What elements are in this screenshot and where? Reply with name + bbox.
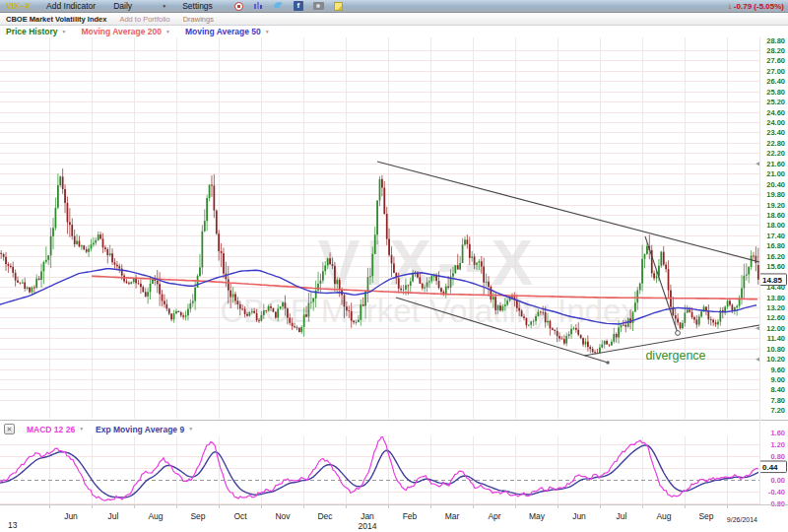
svg-text:1.20: 1.20 — [770, 440, 785, 449]
svg-text:0.00: 0.00 — [770, 476, 785, 485]
svg-text:CBOE Market Volatility Index: CBOE Market Volatility Index — [220, 293, 637, 329]
ma50-label: Moving Average 50 — [185, 27, 261, 36]
svg-text:17.40: 17.40 — [766, 232, 785, 240]
svg-text:12.60: 12.60 — [766, 313, 785, 322]
macd-badge: 0.44 — [760, 461, 787, 473]
ema-dropdown[interactable]: Exp Moving Average 9 ▼ — [96, 425, 193, 434]
change-value: -0.79 (-5.05%) — [734, 2, 784, 11]
svg-text:15.60: 15.60 — [766, 262, 785, 271]
svg-text:18.60: 18.60 — [766, 211, 785, 220]
svg-text:22.20: 22.20 — [766, 149, 785, 158]
svg-text:Jul: Jul — [108, 511, 119, 521]
svg-text:27.00: 27.00 — [766, 67, 785, 76]
add-indicator-menu[interactable]: Add Indicator — [46, 1, 96, 11]
timeframe-label: Daily — [113, 1, 132, 11]
add-to-portfolio-link[interactable]: Add to Portfolio — [119, 15, 169, 24]
macd-dropdown[interactable]: MACD 12 26 ▼ — [27, 425, 84, 434]
toolbar-icons: f — [234, 0, 343, 12]
annotation-divergence[interactable]: divergence — [645, 349, 705, 363]
down-arrow-icon: ↓ — [728, 2, 732, 11]
svg-text:Jan: Jan — [361, 511, 374, 521]
svg-text:13.80: 13.80 — [766, 294, 785, 302]
svg-text:16.20: 16.20 — [766, 252, 785, 261]
bar-chart-icon[interactable] — [253, 0, 263, 12]
svg-text:24.00: 24.00 — [766, 118, 785, 127]
svg-text:divergence: divergence — [645, 349, 705, 363]
chart-canvas[interactable]: VIX--XCBOE Market Volatility Indexdiverg… — [0, 0, 788, 532]
time-axis-labels: JunJulAugSepOctNovDecJanFebMarAprMayJunJ… — [8, 511, 757, 531]
symbol-full-name: CBOE Market Volatility Index — [6, 15, 106, 24]
svg-text:10.80: 10.80 — [766, 345, 785, 354]
ema-label: Exp Moving Average 9 — [96, 425, 184, 434]
toolbar: VIX--X Add Indicator Daily ▼ Settings f … — [0, 0, 788, 13]
settings-menu[interactable]: Settings — [182, 1, 213, 11]
svg-text:Nov: Nov — [275, 511, 291, 521]
legend-row: Price History ▼ Moving Average 200 ▼ Mov… — [0, 26, 788, 37]
symbol-tab[interactable]: VIX--X — [6, 1, 31, 11]
ma200-label: Moving Average 200 — [81, 27, 162, 36]
svg-text:-0.80: -0.80 — [768, 499, 785, 508]
svg-text:Jun: Jun — [572, 511, 586, 521]
chevron-down-icon: ▼ — [188, 427, 193, 432]
svg-text:VIX--X: VIX--X — [318, 228, 539, 299]
svg-text:May: May — [529, 511, 546, 521]
svg-text:16.80: 16.80 — [766, 241, 785, 250]
alert-icon[interactable] — [234, 2, 243, 11]
svg-text:13.20: 13.20 — [766, 303, 785, 312]
svg-text:25.80: 25.80 — [766, 88, 785, 97]
svg-text:7.80: 7.80 — [770, 396, 785, 405]
svg-text:19.80: 19.80 — [766, 190, 785, 199]
svg-text:20.40: 20.40 — [766, 180, 785, 189]
svg-text:Oct: Oct — [233, 511, 247, 521]
svg-text:Aug: Aug — [148, 511, 163, 521]
macd-ema-line[interactable] — [0, 445, 758, 498]
twitter-icon[interactable] — [273, 0, 284, 12]
svg-text:Jul: Jul — [617, 511, 627, 521]
svg-text:Mar: Mar — [445, 511, 460, 521]
svg-text:Aug: Aug — [656, 511, 671, 521]
svg-text:Feb: Feb — [403, 511, 418, 521]
svg-text:Sep: Sep — [698, 511, 713, 521]
facebook-icon[interactable]: f — [294, 1, 303, 11]
svg-text:24.60: 24.60 — [766, 108, 785, 117]
svg-text:13: 13 — [8, 520, 18, 530]
camera-icon[interactable] — [313, 2, 324, 10]
chevron-down-icon: ▼ — [162, 4, 166, 9]
svg-text:10.20: 10.20 — [766, 355, 785, 364]
svg-text:9.00: 9.00 — [770, 375, 785, 384]
svg-text:Apr: Apr — [488, 511, 500, 521]
svg-text:Dec: Dec — [317, 511, 333, 521]
symbol-info-bar: CBOE Market Volatility Index Add to Port… — [0, 13, 788, 26]
price-history-label: Price History — [6, 27, 57, 36]
trading-app: VIX--XCBOE Market Volatility Indexdiverg… — [0, 0, 788, 532]
svg-text:1.60: 1.60 — [770, 429, 785, 437]
svg-text:19.20: 19.20 — [766, 201, 785, 210]
svg-text:Sep: Sep — [190, 511, 205, 521]
svg-text:7.20: 7.20 — [770, 406, 785, 415]
svg-text:25.20: 25.20 — [766, 98, 785, 106]
close-icon[interactable] — [4, 424, 15, 434]
svg-text:0.80: 0.80 — [770, 452, 785, 461]
svg-text:18.00: 18.00 — [766, 221, 785, 230]
svg-text:21.00: 21.00 — [766, 169, 785, 178]
svg-text:23.40: 23.40 — [766, 128, 785, 137]
macd-label: MACD 12 26 — [27, 425, 75, 434]
timeframe-dropdown[interactable]: Daily ▼ — [113, 1, 166, 11]
svg-text:-0.40: -0.40 — [768, 488, 785, 497]
price-badge: 14.85 — [760, 274, 787, 286]
svg-text:8.40: 8.40 — [770, 385, 785, 394]
chevron-down-icon: ▼ — [79, 427, 84, 432]
svg-text:26.40: 26.40 — [766, 77, 785, 86]
legend-price-history[interactable]: Price History ▼ — [6, 27, 66, 36]
svg-text:28.20: 28.20 — [766, 46, 785, 55]
svg-text:2014: 2014 — [359, 521, 377, 531]
macd-panel-header: MACD 12 26 ▼ Exp Moving Average 9 ▼ — [0, 422, 759, 436]
legend-ma200[interactable]: Moving Average 200 ▼ — [81, 27, 170, 36]
svg-text:14.85: 14.85 — [762, 276, 783, 285]
drawings-link[interactable]: Drawings — [183, 15, 214, 24]
chevron-down-icon: ▼ — [165, 30, 170, 34]
legend-ma50[interactable]: Moving Average 50 ▼ — [185, 27, 270, 36]
trendline[interactable] — [645, 236, 680, 335]
svg-text:Jun: Jun — [64, 511, 78, 521]
notes-icon[interactable] — [334, 2, 343, 11]
